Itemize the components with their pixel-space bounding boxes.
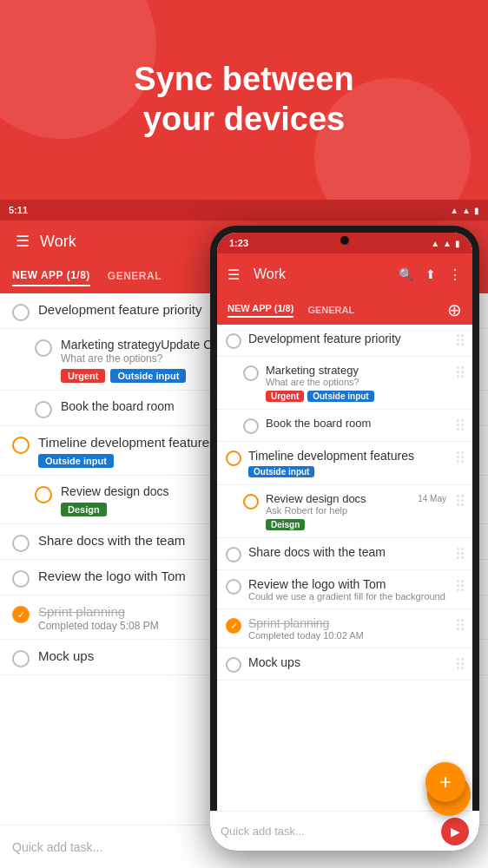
- task-circle[interactable]: [12, 304, 30, 321]
- task-circle[interactable]: [226, 333, 241, 349]
- task-circle[interactable]: [12, 535, 30, 552]
- tag-outside-input: Outside input: [110, 369, 186, 383]
- task-circle[interactable]: [243, 418, 259, 434]
- task-title: Mock ups: [248, 655, 450, 669]
- hero-title: Sync between your devices: [116, 60, 371, 139]
- task-content: Timeline development features Outside in…: [248, 449, 450, 477]
- task-content: Sprint planning Completed today 10:02 AM: [248, 616, 450, 641]
- task-subtitle: Completed today 10:02 AM: [248, 630, 450, 641]
- task-circle[interactable]: [35, 401, 52, 418]
- tag-urgent: Urgent: [61, 369, 105, 383]
- tag-design: Deisgn: [266, 519, 305, 530]
- phone-search-icon[interactable]: 🔍: [399, 267, 413, 281]
- phone-fab-button[interactable]: +: [425, 762, 465, 802]
- hero-section: Sync between your devices: [0, 0, 488, 200]
- tag-outside-input: Outside input: [307, 391, 373, 402]
- drag-handle[interactable]: [457, 417, 464, 433]
- task-circle[interactable]: [12, 570, 30, 588]
- task-circle-checked[interactable]: [12, 606, 30, 623]
- task-title: Timeline development features: [248, 449, 450, 463]
- phone-status-icons: ▲ ▲ ▮: [431, 239, 460, 248]
- drag-handle[interactable]: [457, 545, 464, 562]
- list-item: Share docs with the team: [217, 538, 472, 570]
- drag-handle[interactable]: [457, 492, 464, 509]
- task-title: Book the board room: [266, 417, 450, 430]
- battery-icon: ▮: [455, 239, 460, 248]
- battery-icon: ▮: [474, 206, 479, 215]
- task-tags: Outside input: [248, 466, 450, 477]
- quick-add-send-button[interactable]: ▶: [441, 818, 469, 845]
- phone-menu-icon[interactable]: ☰: [228, 266, 240, 283]
- task-content: Development feature priority: [248, 332, 450, 345]
- drag-handle[interactable]: [457, 332, 464, 348]
- task-circle[interactable]: [12, 437, 30, 454]
- phone-task-list: Development feature priority Marketing s…: [217, 325, 472, 804]
- task-circle[interactable]: [35, 486, 52, 503]
- tag-outside-input: Outside input: [248, 466, 314, 477]
- tablet-status-icons: ▲ ▲ ▮: [450, 206, 479, 215]
- task-date: 14 May: [418, 494, 446, 503]
- list-item: Development feature priority: [217, 325, 472, 357]
- send-icon: ▶: [451, 825, 460, 838]
- phone-quick-add-bar: Quick add task... ▶: [217, 811, 472, 844]
- tablet-quick-add-placeholder[interactable]: Quick add task...: [12, 840, 102, 854]
- task-subtitle: Could we use a gradient fill for the bac…: [248, 591, 450, 602]
- tag-design: Design: [61, 503, 107, 516]
- drag-handle[interactable]: [457, 655, 464, 672]
- phone-tab-general[interactable]: GENERAL: [307, 305, 354, 315]
- phone-toolbar: ☰ Work 🔍 ⬆ ⋮: [217, 253, 472, 295]
- tab-general[interactable]: GENERAL: [108, 270, 162, 286]
- task-circle[interactable]: [226, 547, 241, 562]
- drag-handle[interactable]: [457, 616, 464, 633]
- task-subtitle: Ask Robert for help: [266, 505, 450, 516]
- task-circle-checked[interactable]: [226, 618, 241, 634]
- task-circle[interactable]: [226, 450, 241, 466]
- list-item: Review design docs Ask Robert for help 1…: [217, 485, 472, 538]
- tablet-time: 5:11: [9, 205, 28, 215]
- list-item: Timeline development features Outside in…: [217, 442, 472, 485]
- task-title: Marketing strategy: [266, 364, 450, 377]
- phone-screen: 1:23 ▲ ▲ ▮ ☰ Work 🔍 ⬆ ⋮ NEW APP (1/8) GE…: [217, 233, 472, 844]
- drag-handle[interactable]: [457, 449, 464, 465]
- task-circle[interactable]: [243, 365, 259, 381]
- list-item: Review the logo with Tom Could we use a …: [217, 570, 472, 609]
- list-item: Marketing strategy What are the options?…: [217, 357, 472, 410]
- drag-handle[interactable]: [457, 364, 464, 380]
- task-circle[interactable]: [12, 650, 30, 667]
- task-circle[interactable]: [35, 339, 52, 357]
- task-tags: Deisgn: [266, 519, 450, 530]
- phone-time: 1:23: [229, 238, 248, 248]
- signal-icon: ▲: [462, 206, 471, 215]
- task-content: Mock ups: [248, 655, 450, 669]
- task-circle[interactable]: [226, 579, 241, 595]
- phone-camera: [340, 236, 349, 245]
- drag-handle[interactable]: [457, 577, 464, 594]
- list-item: Sprint planning Completed today 10:02 AM: [217, 609, 472, 648]
- task-circle[interactable]: [226, 657, 241, 673]
- task-title: Review the logo with Tom: [248, 577, 450, 591]
- phone-share-icon[interactable]: ⬆: [425, 267, 436, 281]
- task-title: Sprint planning: [248, 616, 450, 630]
- wifi-icon: ▲: [450, 206, 458, 215]
- task-content: Book the board room: [266, 417, 450, 430]
- phone-more-icon[interactable]: ⋮: [448, 266, 462, 283]
- menu-icon[interactable]: ☰: [12, 228, 33, 254]
- task-circle[interactable]: [243, 494, 259, 510]
- phone-tab-new-app[interactable]: NEW APP (1/8): [228, 303, 293, 318]
- task-content: Review the logo with Tom Could we use a …: [248, 577, 450, 602]
- list-item: Book the board room: [217, 410, 472, 442]
- task-content: Review design docs Ask Robert for help 1…: [266, 492, 450, 530]
- tab-new-app[interactable]: NEW APP (1/8): [12, 269, 90, 286]
- phone-tab-plus-icon[interactable]: ⊕: [447, 299, 462, 320]
- wifi-icon: ▲: [431, 239, 439, 248]
- task-subtitle: What are the options?: [266, 377, 450, 387]
- task-content: Marketing strategy What are the options?…: [266, 364, 450, 402]
- phone-quick-add-text[interactable]: Quick add task...: [221, 825, 441, 838]
- list-item: Mock ups: [217, 648, 472, 681]
- tag-urgent: Urgent: [266, 391, 304, 402]
- phone-device: 1:23 ▲ ▲ ▮ ☰ Work 🔍 ⬆ ⋮ NEW APP (1/8) GE…: [210, 226, 479, 851]
- tag-outside-input: Outside input: [38, 454, 114, 468]
- signal-icon: ▲: [443, 239, 452, 248]
- task-tags: Urgent Outside input: [266, 391, 450, 402]
- task-content: Share docs with the team: [248, 545, 450, 559]
